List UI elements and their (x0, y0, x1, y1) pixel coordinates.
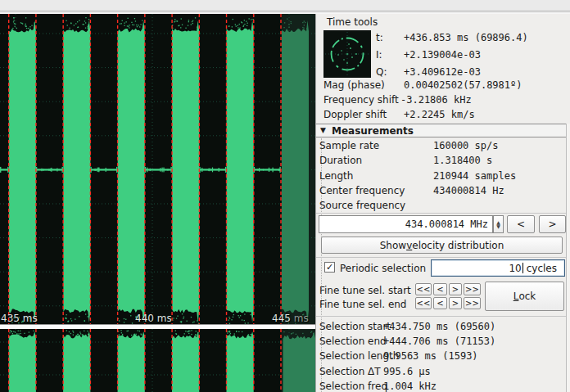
separator (316, 257, 566, 258)
cycles-input[interactable]: 10 cycles (431, 259, 565, 277)
panel-title: Time tools (327, 16, 378, 28)
t-label: t: (376, 32, 383, 43)
q-label: Q: (376, 66, 387, 78)
time-axis-label-445: 445 ms (272, 313, 306, 324)
selection-start-value: +434.750 ms (69560) (383, 321, 495, 332)
periodic-selection-checkbox[interactable]: ✓ (324, 262, 335, 273)
length-label: Length (319, 170, 353, 182)
fine-start-big-left-button[interactable]: << (415, 283, 432, 295)
doppler-shift-label: Doppler shift (323, 109, 387, 120)
frequency-spinbox[interactable]: 434.000814 MHz (319, 215, 493, 233)
frequency-spin-arrows[interactable]: ▲ ▼ (493, 215, 504, 233)
waveform-plot-primary[interactable] (0, 14, 315, 324)
check-icon: ✓ (326, 262, 333, 273)
doppler-shift-value: +2.2245 km/s (404, 109, 475, 120)
measurements-header[interactable]: ▼ Measurements (316, 124, 566, 137)
duration-value: 1.318400 s (433, 155, 492, 166)
selection-delta-t-label: Selection ΔT (319, 366, 381, 377)
center-frequency-label: Center frequency (319, 185, 405, 196)
t-value: +436.853 ms (69896.4) (404, 32, 528, 43)
q-value: +3.409612e-03 (404, 66, 481, 78)
time-tools-panel: Time tools t: +436.853 ms (69896.4) I: +… (315, 14, 570, 392)
frequency-spinbox-value[interactable]: 434.000814 MHz (405, 219, 488, 230)
mag-phase-label: Mag (phase) (323, 79, 385, 91)
fine-start-big-right-button[interactable]: >> (464, 283, 481, 295)
lock-button[interactable]: Lock (485, 282, 564, 311)
fine-end-right-button[interactable]: > (449, 297, 462, 309)
scroll-gutter (567, 124, 570, 392)
mag-phase-value: 0.00402502(57.8981º) (404, 79, 522, 91)
top-toolbar-strip (0, 0, 570, 14)
frequency-next-button[interactable]: > (539, 215, 566, 233)
cycles-value: 10 (509, 263, 521, 274)
cycles-suffix: cycles (527, 263, 557, 274)
collapse-triangle-icon[interactable]: ▼ (320, 126, 326, 134)
fine-tune-start-label: Fine tune sel. start (319, 285, 411, 296)
selection-end-label: Selection end (319, 336, 387, 347)
source-frequency-label: Source frequency (319, 200, 405, 211)
fine-end-big-left-button[interactable]: << (415, 297, 432, 309)
center-frequency-value: 434000814 Hz (433, 185, 504, 196)
fine-end-left-button[interactable]: < (433, 297, 447, 309)
separator (316, 316, 566, 317)
waveform-plot-secondary[interactable] (0, 329, 315, 392)
app-window: 435 ms 440 ms 445 ms Time tools t: +436.… (0, 0, 570, 392)
selection-length-value: 9.9563 ms (1593) (383, 350, 478, 362)
show-velocity-distribution-button[interactable]: Show velocity distribution (321, 237, 563, 254)
i-label: I: (376, 49, 382, 61)
duration-label: Duration (319, 155, 362, 166)
selection-start-label: Selection start (319, 321, 391, 332)
iq-constellation-icon (323, 30, 371, 78)
sample-rate-value: 160000 sp/s (433, 140, 498, 151)
waveform-panel-primary[interactable]: 435 ms 440 ms 445 ms (0, 14, 315, 324)
separator (316, 213, 566, 214)
i-value: +2.139004e-03 (404, 49, 481, 61)
frequency-prev-button[interactable]: < (507, 215, 535, 233)
time-axis-label-440: 440 ms (135, 313, 170, 324)
scroll-gutter-line (566, 124, 567, 392)
frequency-shift-value: -3.21806 kHz (400, 94, 472, 106)
text-cursor (522, 263, 523, 273)
fine-end-big-right-button[interactable]: >> (464, 297, 481, 309)
time-axis-label-435: 435 ms (1, 313, 38, 324)
toolbar-divider (0, 11, 570, 11)
selection-delta-t-value: 995.6 µs (383, 366, 431, 377)
measurements-header-label: Measurements (332, 125, 414, 137)
fine-tune-end-label: Fine tune sel. end (319, 299, 406, 310)
fine-start-left-button[interactable]: < (433, 283, 447, 295)
fine-start-right-button[interactable]: > (449, 283, 462, 295)
selection-freq-label: Selection freq (319, 381, 387, 392)
selection-end-value: +444.706 ms (71153) (383, 336, 495, 347)
frequency-shift-label: Frequency shift (323, 94, 399, 106)
spin-down-icon[interactable]: ▼ (496, 224, 500, 228)
length-value: 210944 samples (433, 170, 516, 182)
periodic-selection-label: Periodic selection (340, 263, 426, 274)
waveform-panel-secondary[interactable] (0, 329, 315, 392)
waveform-area[interactable]: 435 ms 440 ms 445 ms (0, 14, 315, 392)
sample-rate-label: Sample rate (319, 140, 379, 151)
selection-freq-value: 1.004 kHz (383, 381, 437, 392)
